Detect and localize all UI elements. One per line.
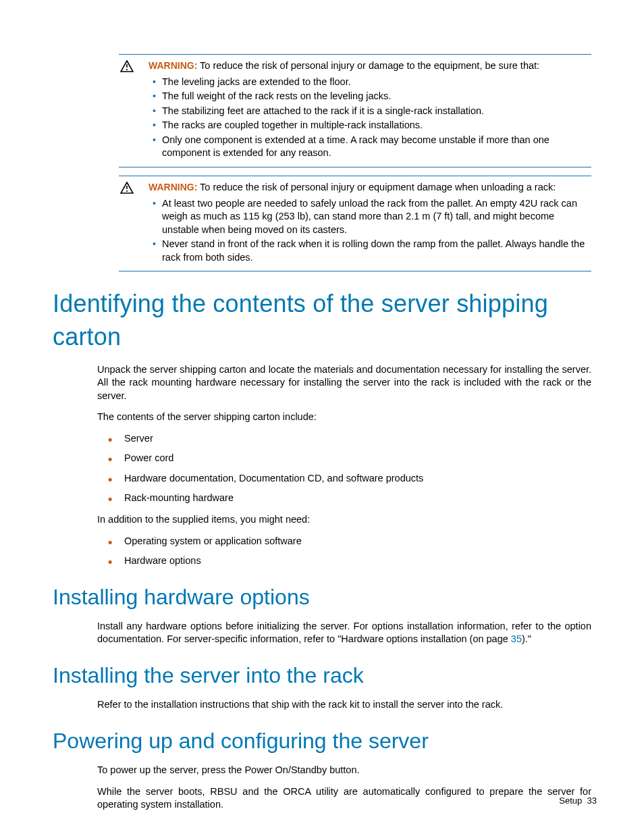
- paragraph: Install any hardware options before init…: [97, 620, 591, 646]
- page-footer: Setup 33: [559, 795, 597, 807]
- list-item: The racks are coupled together in multip…: [149, 119, 591, 132]
- footer-section: Setup: [559, 796, 582, 806]
- list-item: Only one component is extended at a time…: [149, 134, 591, 160]
- list-item: The stabilizing feet are attached to the…: [149, 105, 591, 118]
- paragraph: While the server boots, RBSU and the ORC…: [97, 785, 591, 812]
- paragraph: To power up the server, press the Power …: [97, 764, 591, 777]
- footer-page-number: 33: [587, 796, 597, 806]
- warning-label: WARNING:: [149, 182, 197, 192]
- warning-list: The leveling jacks are extended to the f…: [149, 76, 591, 160]
- list-item: Power cord: [97, 452, 591, 465]
- warning-label: WARNING:: [149, 60, 197, 71]
- paragraph: The contents of the server shipping cart…: [97, 411, 591, 424]
- contents-list: Server Power cord Hardware documentation…: [97, 432, 591, 505]
- heading-identifying-contents: Identifying the contents of the server s…: [53, 288, 591, 353]
- list-item: Rack-mounting hardware: [97, 492, 591, 505]
- list-item: Operating system or application software: [97, 535, 591, 548]
- warning-icon: [119, 181, 149, 194]
- warning-list: At least two people are needed to safely…: [149, 197, 591, 265]
- text: ).": [522, 633, 531, 644]
- paragraph: Unpack the server shipping carton and lo…: [97, 363, 591, 403]
- warning-intro: To reduce the risk of personal injury or…: [200, 60, 539, 71]
- heading-installing-rack: Installing the server into the rack: [53, 661, 591, 690]
- warning-box-1: WARNING: To reduce the risk of personal …: [119, 54, 591, 167]
- heading-installing-hardware: Installing hardware options: [53, 583, 591, 612]
- paragraph: In addition to the supplied items, you m…: [97, 513, 591, 527]
- list-item: Hardware options: [97, 554, 591, 568]
- list-item: At least two people are needed to safely…: [149, 197, 591, 237]
- list-item: Never stand in front of the rack when it…: [149, 238, 591, 264]
- addition-list: Operating system or application software…: [97, 535, 591, 568]
- list-item: The leveling jacks are extended to the f…: [149, 76, 591, 89]
- svg-point-2: [126, 69, 128, 70]
- list-item: Hardware documentation, Documentation CD…: [97, 472, 591, 486]
- list-item: Server: [97, 432, 591, 446]
- warning-intro: To reduce the risk of personal injury or…: [200, 182, 556, 192]
- warning-icon: [119, 59, 149, 72]
- list-item: The full weight of the rack rests on the…: [149, 90, 591, 103]
- warning-box-2: WARNING: To reduce the risk of personal …: [119, 176, 591, 271]
- page-link-35[interactable]: 35: [511, 633, 522, 644]
- svg-point-5: [126, 190, 128, 192]
- heading-powering-up: Powering up and configuring the server: [53, 727, 591, 756]
- paragraph: Refer to the installation instructions t…: [97, 698, 591, 712]
